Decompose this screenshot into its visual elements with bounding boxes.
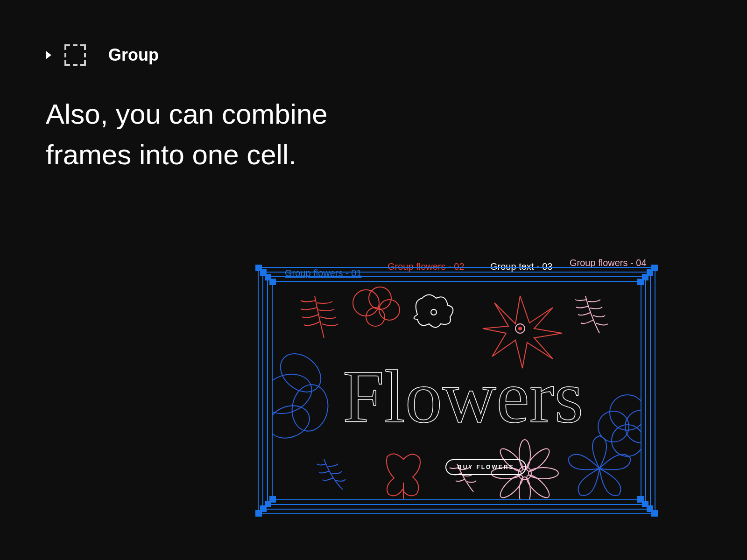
svg-point-7 (273, 368, 317, 420)
svg-point-6 (518, 327, 522, 330)
svg-point-14 (529, 468, 558, 479)
svg-point-0 (353, 290, 379, 316)
design-canvas[interactable]: Group flowers - 01 Group flowers - 02 Gr… (252, 261, 663, 523)
svg-point-16 (519, 477, 530, 499)
design-content: Flowers BUY FLOWERS (273, 282, 641, 499)
svg-point-23 (598, 411, 629, 442)
layer-panel-row[interactable]: Group (0, 0, 747, 66)
svg-point-13 (523, 446, 552, 475)
expand-chevron-icon[interactable] (46, 51, 51, 59)
buy-flowers-button[interactable]: BUY FLOWERS (445, 459, 526, 475)
hero-text-svg: Flowers (343, 355, 584, 438)
instruction-headline: Also, you can combine frames into one ce… (0, 66, 420, 175)
svg-point-22 (612, 425, 641, 456)
svg-point-17 (497, 472, 526, 499)
svg-point-9 (289, 382, 331, 434)
group-icon (64, 44, 86, 66)
svg-point-4 (431, 309, 437, 315)
svg-point-8 (273, 346, 329, 399)
layer-name[interactable]: Group (108, 45, 159, 65)
svg-point-15 (523, 472, 552, 499)
svg-point-10 (273, 400, 314, 444)
